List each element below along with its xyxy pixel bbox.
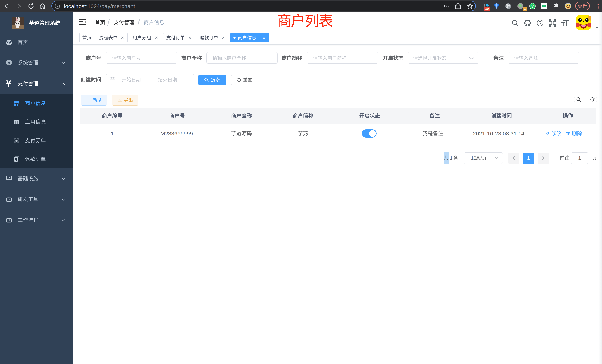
svg-text:y: y <box>531 4 534 8</box>
